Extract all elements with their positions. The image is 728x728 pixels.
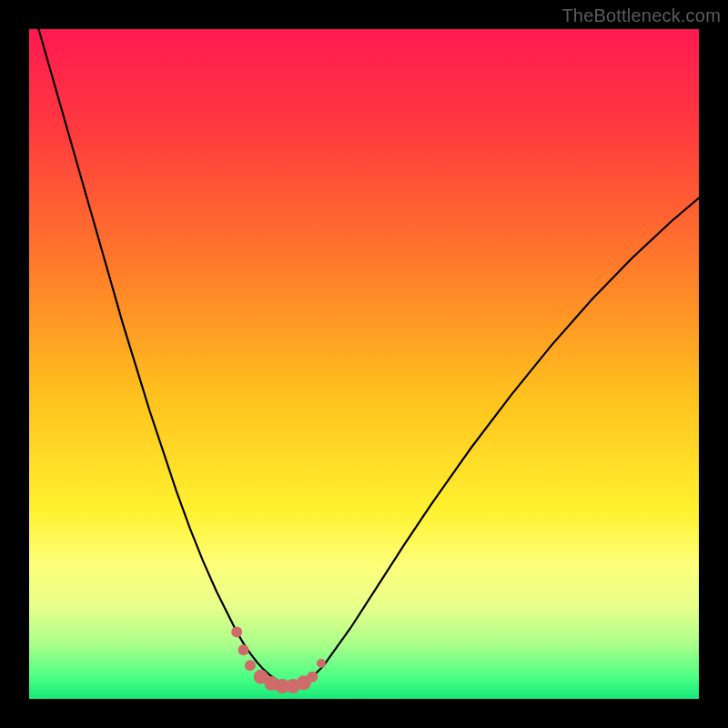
marker-point (317, 659, 326, 668)
plot-area (29, 29, 699, 699)
marker-point (307, 672, 318, 682)
watermark-text: TheBottleneck.com (561, 5, 721, 26)
chart-svg (29, 29, 699, 699)
marker-point (231, 626, 242, 637)
marker-point (245, 660, 256, 671)
chart-canvas: TheBottleneck.com (0, 0, 728, 728)
gradient-background (29, 29, 699, 699)
marker-point (238, 644, 249, 655)
